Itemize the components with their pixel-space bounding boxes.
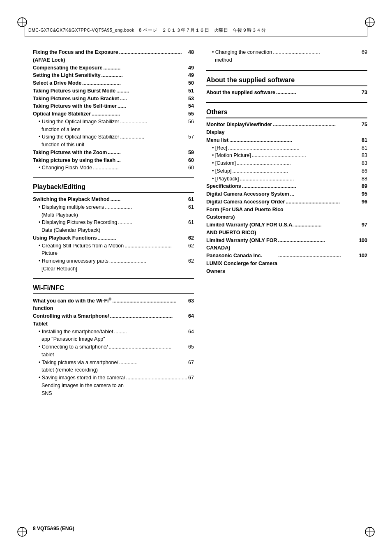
toc-smartphone-ctrl: Controlling with a Smartphone/Tablet ...… — [33, 312, 194, 328]
toc-drive-mode: Select a Drive Mode ....................… — [33, 79, 194, 87]
model-text: VQT5A95 (ENG) — [37, 526, 74, 531]
toc-playback-functions: Using Playback Functions ............. 6… — [33, 234, 194, 242]
left-column: Fixing the Focus and the Exposure(AF/AE … — [33, 45, 194, 517]
toc-ois-unit: • Using the Optical Image Stabilizer fun… — [33, 133, 194, 149]
toc-zoom: Taking Pictures with the Zoom ......... … — [33, 149, 194, 157]
header-text: DMC-GX7C&GX7K&GX7PPC-VQT5A95_eng.book 8 … — [28, 28, 266, 33]
toc-calendar-playback: • Displaying Pictures by Recording Date … — [33, 219, 194, 234]
corner-mark-bl — [16, 526, 28, 538]
software-title: About the supplied software — [206, 76, 367, 84]
toc-flash: Taking pictures by using the flash ... 6… — [33, 157, 194, 164]
page-container: DMC-GX7C&GX7K&GX7PPC-VQT5A95_eng.book 8 … — [0, 0, 392, 554]
playback-section: Playback/Editing Switching the Playback … — [33, 177, 194, 273]
playback-divider-bottom — [33, 192, 194, 193]
toc-ois-lens: • Using the Optical Image Stabilizer fun… — [33, 118, 194, 134]
wifi-divider-top — [33, 278, 194, 279]
toc-wifi-function: What you can do with the Wi-Fi®function … — [33, 297, 194, 313]
toc-remote-recording: • Taking pictures via a smartphone/ tabl… — [33, 359, 194, 374]
toc-setup: • [Setup] ..............................… — [206, 167, 367, 175]
toc-menu-list: Menu list ..............................… — [206, 136, 367, 144]
toc-monitor-display: Monitor Display/ViewfinderDisplay ......… — [206, 121, 367, 136]
toc-light-sens: Setting the Light Sensitivity ..........… — [33, 72, 194, 79]
others-divider-top — [206, 102, 367, 103]
toc-software-main: About the supplied software ............… — [206, 89, 367, 97]
page-number: 8 — [33, 526, 36, 531]
toc-burst: Taking Pictures using Burst Mode .......… — [33, 87, 194, 95]
software-divider-bottom — [206, 85, 367, 86]
playback-title: Playback/Editing — [33, 183, 194, 191]
toc-change-conn: • Changing the connection method .......… — [206, 48, 367, 64]
toc-accessory-system: Digital Camera Accessory System ... 95 — [206, 190, 367, 198]
others-title: Others — [206, 108, 367, 116]
content-area: Fixing the Focus and the Exposure(AF/AE … — [33, 45, 367, 517]
toc-flash-mode: • Changing Flash Mode ..................… — [33, 164, 194, 172]
toc-clear-retouch: • Removing unnecessary parts [Clear Reto… — [33, 257, 194, 273]
toc-warranty-canada: Limited Warranty (ONLY FORCANADA) ......… — [206, 237, 367, 252]
wifi-title: Wi-Fi/NFC — [33, 284, 194, 292]
toc-auto-bracket: Taking Pictures using Auto Bracket .....… — [33, 95, 194, 103]
toc-specifications: Specifications .........................… — [206, 182, 367, 190]
others-divider-bottom — [206, 118, 367, 118]
playback-divider-top — [33, 177, 194, 178]
toc-connect-smartphone: • Connecting to a smartphone/ tablet ...… — [33, 343, 194, 359]
toc-switch-playback: Switching the Playback Method ....... 61 — [33, 196, 194, 203]
toc-custom: • [Custom] .............................… — [206, 159, 367, 167]
toc-comp-exp: Compensating the Exposure ............ 4… — [33, 64, 194, 72]
top-entries: Fixing the Focus and the Exposure(AF/AE … — [33, 48, 194, 172]
wifi-divider-bottom — [33, 293, 194, 294]
toc-warranty-usa: Limited Warranty (ONLY FOR U.S.A.AND PUE… — [206, 221, 367, 237]
page-footer: 8 VQT5A95 (ENG) — [33, 526, 74, 531]
right-top-entries: • Changing the connection method .......… — [206, 48, 367, 64]
toc-panasonic-canada: Panasonic Canada Inc.LUMIX Concierge for… — [206, 252, 367, 275]
corner-mark-br — [364, 526, 376, 538]
toc-still-from-motion: • Creating Still Pictures from a Motion … — [33, 242, 194, 258]
header-strip: DMC-GX7C&GX7K&GX7PPC-VQT5A95_eng.book 8 … — [25, 24, 367, 37]
others-section: Others Monitor Display/ViewfinderDisplay… — [206, 102, 367, 275]
toc-fix-focus: Fixing the Focus and the Exposure(AF/AE … — [33, 48, 194, 64]
toc-rec: • [Rec] ................................… — [206, 144, 367, 152]
toc-accessory-order: Digital Camera Accessory OrderForm (For … — [206, 198, 367, 221]
right-column: • Changing the connection method .......… — [206, 45, 367, 517]
toc-playback-menu: • [Playback] ...........................… — [206, 175, 367, 183]
software-section: About the supplied software About the su… — [206, 70, 367, 97]
toc-install-app: • Installing the smartphone/tablet app "… — [33, 328, 194, 344]
toc-motion-picture: • [Motion Picture] .....................… — [206, 152, 367, 159]
toc-save-images: • Saving images stored in the camera/ Se… — [33, 374, 194, 397]
wifi-section: Wi-Fi/NFC What you can do with the Wi-Fi… — [33, 278, 194, 397]
software-divider-top — [206, 70, 367, 71]
toc-multi-playback: • Displaying multiple screens (Multi Pla… — [33, 203, 194, 219]
toc-ois: Optical Image Stabilizer ...............… — [33, 110, 194, 118]
toc-self-timer: Taking Pictures with the Self-timer ....… — [33, 102, 194, 110]
